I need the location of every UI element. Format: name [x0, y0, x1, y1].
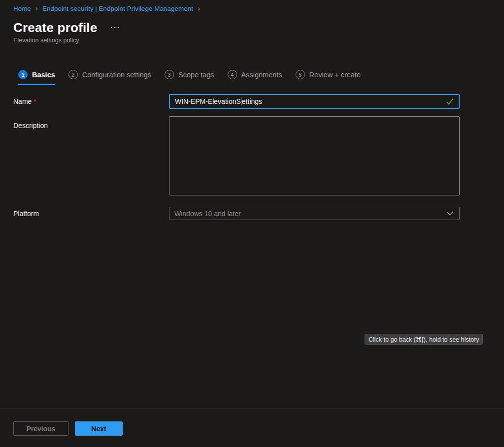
step-number-badge: 1: [18, 70, 28, 79]
step-review-create[interactable]: 5 Review + create: [296, 70, 361, 85]
page-subtitle: Elevation settings policy: [13, 37, 79, 44]
description-field-label: Description: [13, 122, 48, 129]
required-asterisk: *: [34, 97, 36, 105]
footer-divider: [0, 409, 504, 409]
step-assignments[interactable]: 4 Assignments: [228, 70, 282, 85]
previous-button[interactable]: Previous: [13, 421, 68, 436]
breadcrumb-link-endpoint-security[interactable]: Endpoint security | Endpoint Privilege M…: [42, 5, 193, 12]
step-number-badge: 4: [228, 70, 237, 79]
more-options-button[interactable]: ···: [110, 24, 121, 31]
platform-selected-value: Windows 10 and later: [174, 210, 241, 218]
next-button[interactable]: Next: [75, 421, 123, 436]
wizard-step-bar: 1 Basics 2 Configuration settings 3 Scop…: [18, 70, 361, 85]
validation-checkmark-icon: [446, 98, 454, 105]
name-label-text: Name: [13, 97, 32, 105]
platform-field-label: Platform: [13, 210, 39, 218]
page-title: Create profile: [13, 20, 97, 35]
name-input[interactable]: WIN-EPM-ElevationS ettings: [169, 94, 460, 109]
step-label: Basics: [32, 71, 55, 79]
step-label: Configuration settings: [82, 71, 151, 79]
name-input-value: ettings: [242, 97, 262, 105]
breadcrumb-link-home[interactable]: Home: [13, 5, 31, 12]
name-field-label: Name*: [13, 97, 36, 105]
description-input[interactable]: [169, 116, 460, 195]
breadcrumb: Home › Endpoint security | Endpoint Priv…: [13, 5, 200, 12]
browser-back-tooltip: Click to go back (⌘[), hold to see histo…: [365, 334, 483, 345]
step-label: Review + create: [309, 71, 361, 79]
step-scope-tags[interactable]: 3 Scope tags: [165, 70, 214, 85]
step-number-badge: 2: [68, 70, 78, 79]
breadcrumb-separator-icon: ›: [35, 4, 38, 12]
step-number-badge: 3: [165, 70, 174, 79]
platform-dropdown[interactable]: Windows 10 and later: [169, 207, 460, 220]
step-configuration-settings[interactable]: 2 Configuration settings: [68, 70, 151, 85]
step-basics[interactable]: 1 Basics: [18, 70, 55, 85]
chevron-down-icon: [446, 211, 453, 216]
breadcrumb-separator-icon: ›: [198, 4, 200, 12]
step-label: Assignments: [241, 71, 282, 79]
name-input-value: WIN-EPM-ElevationS: [175, 97, 241, 105]
step-label: Scope tags: [178, 71, 214, 79]
step-number-badge: 5: [296, 70, 305, 79]
